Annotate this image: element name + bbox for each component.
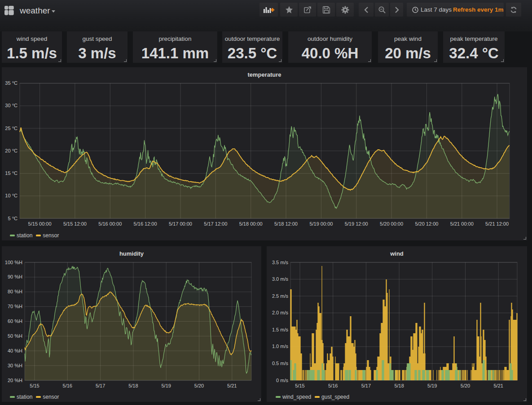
svg-text:1.5 m/s: 1.5 m/s — [272, 327, 289, 332]
svg-text:5/21 12:00: 5/21 12:00 — [485, 221, 509, 226]
svg-text:70 %H: 70 %H — [8, 304, 22, 309]
svg-text:0 m/s: 0 m/s — [276, 378, 288, 383]
svg-text:5/20: 5/20 — [461, 383, 470, 388]
svg-text:5/15: 5/15 — [30, 383, 39, 388]
svg-text:5/20 00:00: 5/20 00:00 — [380, 221, 403, 226]
svg-text:5 °C: 5 °C — [8, 216, 18, 221]
svg-text:5/16: 5/16 — [63, 383, 72, 388]
svg-text:5/19: 5/19 — [161, 383, 171, 388]
svg-text:5/17 12:00: 5/17 12:00 — [204, 221, 227, 226]
svg-text:5/18 00:00: 5/18 00:00 — [239, 221, 263, 226]
svg-text:5/19 00:00: 5/19 00:00 — [309, 221, 333, 226]
svg-text:2.0 m/s: 2.0 m/s — [272, 310, 289, 315]
svg-text:80 %H: 80 %H — [8, 289, 22, 294]
svg-text:5/18 12:00: 5/18 12:00 — [274, 221, 298, 226]
svg-text:5/19 12:00: 5/19 12:00 — [345, 221, 368, 226]
svg-text:90 %H: 90 %H — [8, 274, 22, 279]
svg-text:5/16: 5/16 — [328, 383, 338, 388]
svg-text:5/15 12:00: 5/15 12:00 — [63, 221, 87, 226]
svg-text:2.5 m/s: 2.5 m/s — [272, 293, 289, 299]
svg-text:5/15: 5/15 — [295, 383, 304, 388]
svg-text:100 %H: 100 %H — [5, 260, 22, 265]
svg-text:5/17 00:00: 5/17 00:00 — [169, 221, 192, 226]
svg-text:60 %H: 60 %H — [8, 318, 22, 324]
svg-text:5/17: 5/17 — [96, 383, 105, 388]
svg-text:3.0 m/s: 3.0 m/s — [272, 276, 289, 282]
svg-text:5/16 00:00: 5/16 00:00 — [98, 221, 122, 226]
svg-text:5/15 00:00: 5/15 00:00 — [28, 221, 52, 226]
svg-text:5/19: 5/19 — [427, 383, 437, 388]
svg-text:40 %H: 40 %H — [8, 348, 22, 353]
svg-text:5/20: 5/20 — [194, 383, 204, 388]
svg-text:5/20 12:00: 5/20 12:00 — [415, 221, 438, 226]
svg-text:5/17: 5/17 — [361, 383, 371, 388]
svg-text:50 %H: 50 %H — [8, 333, 22, 339]
svg-text:5/21: 5/21 — [493, 383, 503, 388]
svg-text:30 °C: 30 °C — [5, 103, 18, 108]
svg-text:15 °C: 15 °C — [5, 170, 18, 176]
svg-text:5/16 12:00: 5/16 12:00 — [134, 221, 157, 226]
svg-text:25 °C: 25 °C — [5, 126, 18, 131]
svg-text:20 %H: 20 %H — [8, 378, 22, 383]
svg-text:30 %H: 30 %H — [8, 363, 22, 368]
svg-text:5/18: 5/18 — [394, 383, 404, 388]
svg-text:5/18: 5/18 — [128, 383, 138, 388]
svg-text:10 °C: 10 °C — [5, 193, 18, 198]
svg-text:5/21 00:00: 5/21 00:00 — [450, 221, 474, 226]
svg-text:3.5 m/s: 3.5 m/s — [272, 260, 289, 265]
svg-text:1.0 m/s: 1.0 m/s — [272, 344, 289, 349]
svg-text:5/21: 5/21 — [227, 383, 237, 388]
svg-text:20 °C: 20 °C — [5, 148, 18, 153]
svg-text:0.5 m/s: 0.5 m/s — [272, 361, 289, 366]
svg-text:35 °C: 35 °C — [5, 80, 18, 86]
